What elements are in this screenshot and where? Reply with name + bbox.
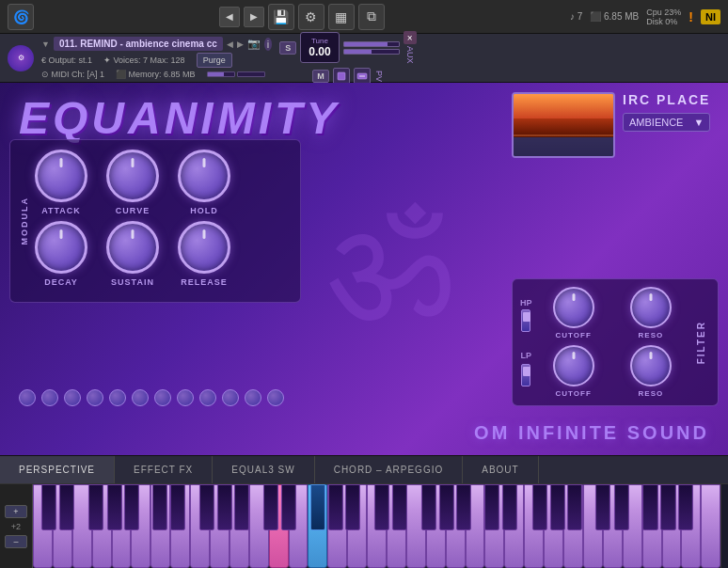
black-key-18[interactable] bbox=[421, 484, 436, 530]
tab-perspective[interactable]: PERSPECTIVE bbox=[0, 456, 115, 483]
black-key-8[interactable] bbox=[199, 484, 214, 530]
purge-button[interactable]: Purge bbox=[197, 53, 232, 68]
release-knob-item: RELEASE bbox=[178, 221, 230, 287]
dot-8[interactable] bbox=[177, 389, 194, 406]
white-keys: .bk { position:absolute; width:2.2%; hei… bbox=[33, 484, 720, 568]
decay-knob-item: DECAY bbox=[35, 221, 87, 287]
level-bar-1 bbox=[207, 71, 235, 77]
dot-11[interactable] bbox=[245, 389, 261, 406]
cutoff2-knob[interactable] bbox=[553, 345, 594, 387]
black-key-22[interactable] bbox=[502, 484, 517, 530]
ambience-dropdown[interactable]: AMBIENCE ▼ bbox=[623, 113, 710, 132]
black-key-15[interactable] bbox=[345, 484, 360, 530]
black-key-29[interactable] bbox=[660, 484, 675, 530]
voices-display: ♪ 7 bbox=[570, 11, 582, 22]
irc-place-label: IRC PLACE bbox=[623, 92, 710, 107]
dot-7[interactable] bbox=[154, 389, 171, 406]
piano-scrollbar[interactable] bbox=[720, 484, 728, 568]
dot-3[interactable] bbox=[64, 389, 81, 406]
tune-slider-2[interactable] bbox=[343, 49, 400, 55]
hp-toggle[interactable] bbox=[521, 309, 530, 332]
octave-display: +2 bbox=[11, 522, 21, 531]
close-button[interactable]: × bbox=[404, 31, 417, 44]
preset-prev[interactable]: ◀ bbox=[227, 39, 233, 49]
logo-btn[interactable]: 🌀 bbox=[8, 4, 34, 30]
black-key-5[interactable] bbox=[123, 484, 138, 530]
black-key-26[interactable] bbox=[595, 484, 610, 530]
tab-effect-fx[interactable]: EFFECT FX bbox=[115, 456, 213, 483]
release-knob[interactable] bbox=[178, 221, 230, 274]
layout-button[interactable]: ▦ bbox=[328, 4, 355, 30]
reso1-knob[interactable] bbox=[630, 287, 672, 328]
piano-area: + +2 – bbox=[0, 483, 728, 568]
black-key-1[interactable] bbox=[41, 484, 56, 530]
dot-6[interactable] bbox=[132, 389, 149, 406]
black-key-21[interactable] bbox=[484, 484, 499, 530]
tab-chord-arpeggio[interactable]: CHORD – ARPEGGIO bbox=[315, 456, 464, 483]
dot-5[interactable] bbox=[109, 389, 126, 406]
black-key-3[interactable] bbox=[88, 484, 103, 530]
black-key-14[interactable] bbox=[328, 484, 343, 530]
level-bar-2 bbox=[237, 71, 265, 77]
octave-minus-button[interactable]: – bbox=[5, 535, 27, 548]
dot-1[interactable] bbox=[19, 389, 36, 406]
black-key-28[interactable] bbox=[642, 484, 657, 530]
tab-equal3-sw[interactable]: EQUAL3 SW bbox=[213, 456, 314, 483]
black-key-24[interactable] bbox=[550, 484, 565, 530]
black-key-27[interactable] bbox=[614, 484, 629, 530]
tune-value: 0.00 bbox=[309, 45, 330, 58]
lp-toggle[interactable] bbox=[521, 364, 530, 387]
black-key-25[interactable] bbox=[567, 484, 582, 530]
black-key-30[interactable] bbox=[678, 484, 693, 530]
settings-button[interactable]: ⚙ bbox=[298, 4, 324, 30]
decay-knob[interactable] bbox=[35, 221, 87, 274]
curve-knob[interactable] bbox=[106, 150, 159, 202]
dot-2[interactable] bbox=[41, 389, 58, 406]
preset-next[interactable]: ▶ bbox=[237, 39, 244, 49]
black-key-4[interactable] bbox=[107, 484, 122, 530]
black-key-19[interactable] bbox=[439, 484, 454, 530]
preset-name: 011. REMIND - ambience cinema cc bbox=[54, 37, 223, 51]
black-key-16[interactable] bbox=[374, 484, 389, 530]
dot-10[interactable] bbox=[222, 389, 239, 406]
black-keys-overlay: .bk { position:absolute; width:2.2%; hei… bbox=[33, 484, 720, 530]
midi-label: MIDI Ch: [A] 1 bbox=[52, 70, 105, 79]
svg-rect-0 bbox=[338, 72, 345, 80]
next-button[interactable]: ▶ bbox=[244, 7, 264, 27]
dot-4[interactable] bbox=[87, 389, 103, 406]
black-key-17[interactable] bbox=[392, 484, 407, 530]
clone-button[interactable]: ⧉ bbox=[358, 4, 385, 30]
tab-about[interactable]: ABOUT bbox=[463, 456, 538, 483]
black-key-23[interactable] bbox=[532, 484, 547, 530]
black-key-12[interactable] bbox=[281, 484, 296, 530]
black-key-13[interactable] bbox=[310, 484, 325, 530]
black-key-7[interactable] bbox=[170, 484, 185, 530]
top-bar-left: 🌀 bbox=[8, 4, 34, 30]
hold-knob[interactable] bbox=[178, 150, 230, 202]
tune-slider-1[interactable] bbox=[343, 41, 400, 47]
cutoff1-knob[interactable] bbox=[553, 287, 594, 328]
irc-image bbox=[512, 92, 615, 158]
white-key-35[interactable] bbox=[701, 484, 720, 568]
black-key-2[interactable] bbox=[59, 484, 74, 530]
info-icon[interactable]: i bbox=[264, 38, 272, 51]
dot-12[interactable] bbox=[267, 389, 284, 406]
sustain-knob[interactable] bbox=[106, 221, 159, 274]
dot-9[interactable] bbox=[199, 389, 216, 406]
save-button[interactable]: 💾 bbox=[268, 4, 294, 30]
m-button[interactable]: M bbox=[312, 70, 329, 83]
s-button[interactable]: S bbox=[279, 41, 296, 55]
reso2-knob[interactable] bbox=[630, 345, 672, 387]
piano-keys[interactable]: .bk { position:absolute; width:2.2%; hei… bbox=[33, 484, 720, 568]
octave-plus-button[interactable]: + bbox=[5, 505, 27, 518]
output-label: Output: st.1 bbox=[49, 55, 93, 65]
prev-button[interactable]: ◀ bbox=[219, 7, 240, 27]
black-key-20[interactable] bbox=[456, 484, 471, 530]
curve-knob-item: CURVE bbox=[106, 150, 159, 215]
camera-icon[interactable]: 📷 bbox=[247, 38, 261, 50]
black-key-9[interactable] bbox=[217, 484, 232, 530]
black-key-6[interactable] bbox=[151, 484, 166, 530]
black-key-10[interactable] bbox=[234, 484, 249, 530]
black-key-11[interactable] bbox=[263, 484, 278, 530]
attack-knob[interactable] bbox=[35, 150, 87, 202]
